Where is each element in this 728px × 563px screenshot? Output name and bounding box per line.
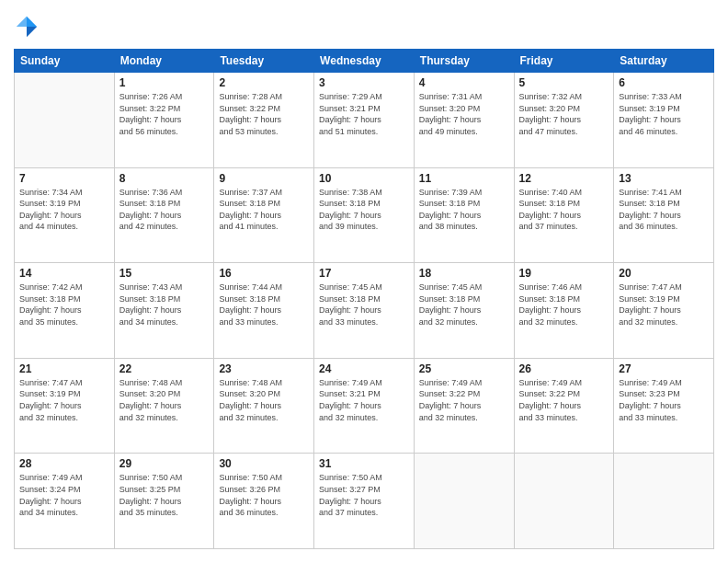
day-number: 18 bbox=[419, 267, 509, 280]
day-info: Sunrise: 7:50 AM Sunset: 3:25 PM Dayligh… bbox=[119, 472, 210, 518]
day-info: Sunrise: 7:46 AM Sunset: 3:18 PM Dayligh… bbox=[519, 282, 609, 327]
calendar-cell: 6Sunrise: 7:33 AM Sunset: 3:19 PM Daylig… bbox=[614, 73, 714, 168]
calendar-cell bbox=[414, 454, 514, 549]
day-number: 28 bbox=[19, 457, 109, 470]
day-number: 10 bbox=[319, 172, 409, 185]
svg-marker-1 bbox=[27, 27, 37, 37]
calendar-week-2: 14Sunrise: 7:42 AM Sunset: 3:18 PM Dayli… bbox=[15, 263, 714, 359]
day-info: Sunrise: 7:42 AM Sunset: 3:18 PM Dayligh… bbox=[19, 282, 109, 327]
day-number: 23 bbox=[219, 362, 309, 375]
calendar-cell: 22Sunrise: 7:48 AM Sunset: 3:20 PM Dayli… bbox=[114, 358, 214, 454]
calendar-cell: 14Sunrise: 7:42 AM Sunset: 3:18 PM Dayli… bbox=[15, 263, 115, 359]
logo-icon bbox=[14, 14, 40, 40]
day-info: Sunrise: 7:44 AM Sunset: 3:18 PM Dayligh… bbox=[219, 282, 309, 327]
calendar-cell bbox=[614, 454, 714, 549]
calendar-cell: 24Sunrise: 7:49 AM Sunset: 3:21 PM Dayli… bbox=[314, 358, 415, 454]
calendar-cell: 9Sunrise: 7:37 AM Sunset: 3:18 PM Daylig… bbox=[214, 167, 314, 263]
calendar-cell: 28Sunrise: 7:49 AM Sunset: 3:24 PM Dayli… bbox=[15, 454, 115, 549]
day-number: 14 bbox=[19, 267, 109, 280]
day-info: Sunrise: 7:49 AM Sunset: 3:22 PM Dayligh… bbox=[519, 377, 609, 423]
calendar-cell: 2Sunrise: 7:28 AM Sunset: 3:22 PM Daylig… bbox=[214, 73, 314, 168]
day-number: 13 bbox=[619, 172, 709, 185]
day-number: 22 bbox=[119, 362, 210, 375]
calendar-cell: 10Sunrise: 7:38 AM Sunset: 3:18 PM Dayli… bbox=[314, 167, 415, 263]
calendar-cell: 21Sunrise: 7:47 AM Sunset: 3:19 PM Dayli… bbox=[15, 358, 115, 454]
calendar-header-wednesday: Wednesday bbox=[314, 50, 415, 73]
day-info: Sunrise: 7:31 AM Sunset: 3:20 PM Dayligh… bbox=[419, 91, 509, 137]
day-number: 25 bbox=[419, 362, 509, 375]
svg-marker-2 bbox=[17, 17, 27, 27]
day-number: 4 bbox=[419, 76, 509, 89]
day-info: Sunrise: 7:49 AM Sunset: 3:22 PM Dayligh… bbox=[419, 377, 509, 423]
day-number: 5 bbox=[519, 76, 609, 89]
day-info: Sunrise: 7:33 AM Sunset: 3:19 PM Dayligh… bbox=[619, 91, 709, 137]
calendar-header-thursday: Thursday bbox=[414, 50, 514, 73]
calendar-cell bbox=[514, 454, 614, 549]
calendar-header-friday: Friday bbox=[514, 50, 614, 73]
day-info: Sunrise: 7:37 AM Sunset: 3:18 PM Dayligh… bbox=[219, 187, 309, 233]
calendar-cell: 30Sunrise: 7:50 AM Sunset: 3:26 PM Dayli… bbox=[214, 454, 314, 549]
day-info: Sunrise: 7:38 AM Sunset: 3:18 PM Dayligh… bbox=[319, 187, 409, 233]
calendar-cell bbox=[15, 73, 115, 168]
calendar-cell: 15Sunrise: 7:43 AM Sunset: 3:18 PM Dayli… bbox=[114, 263, 214, 359]
calendar-cell: 5Sunrise: 7:32 AM Sunset: 3:20 PM Daylig… bbox=[514, 73, 614, 168]
day-info: Sunrise: 7:45 AM Sunset: 3:18 PM Dayligh… bbox=[319, 282, 409, 327]
calendar: SundayMondayTuesdayWednesdayThursdayFrid… bbox=[14, 49, 714, 549]
calendar-cell: 17Sunrise: 7:45 AM Sunset: 3:18 PM Dayli… bbox=[314, 263, 415, 359]
day-number: 3 bbox=[319, 76, 409, 89]
calendar-cell: 7Sunrise: 7:34 AM Sunset: 3:19 PM Daylig… bbox=[15, 167, 115, 263]
calendar-cell: 19Sunrise: 7:46 AM Sunset: 3:18 PM Dayli… bbox=[514, 263, 614, 359]
day-number: 24 bbox=[319, 362, 409, 375]
day-info: Sunrise: 7:47 AM Sunset: 3:19 PM Dayligh… bbox=[619, 282, 709, 327]
day-number: 15 bbox=[119, 267, 210, 280]
svg-marker-0 bbox=[27, 17, 37, 27]
day-info: Sunrise: 7:45 AM Sunset: 3:18 PM Dayligh… bbox=[419, 282, 509, 327]
day-number: 6 bbox=[619, 76, 709, 89]
day-number: 27 bbox=[619, 362, 709, 375]
day-info: Sunrise: 7:50 AM Sunset: 3:27 PM Dayligh… bbox=[319, 472, 409, 518]
day-number: 1 bbox=[119, 76, 210, 89]
calendar-header-row: SundayMondayTuesdayWednesdayThursdayFrid… bbox=[15, 50, 714, 73]
day-info: Sunrise: 7:50 AM Sunset: 3:26 PM Dayligh… bbox=[219, 472, 309, 518]
calendar-cell: 8Sunrise: 7:36 AM Sunset: 3:18 PM Daylig… bbox=[114, 167, 214, 263]
page: SundayMondayTuesdayWednesdayThursdayFrid… bbox=[0, 0, 728, 563]
day-info: Sunrise: 7:43 AM Sunset: 3:18 PM Dayligh… bbox=[119, 282, 210, 327]
day-number: 30 bbox=[219, 457, 309, 470]
day-number: 8 bbox=[119, 172, 210, 185]
day-info: Sunrise: 7:40 AM Sunset: 3:18 PM Dayligh… bbox=[519, 187, 609, 233]
day-info: Sunrise: 7:41 AM Sunset: 3:18 PM Dayligh… bbox=[619, 187, 709, 233]
calendar-week-1: 7Sunrise: 7:34 AM Sunset: 3:19 PM Daylig… bbox=[15, 167, 714, 263]
calendar-cell: 3Sunrise: 7:29 AM Sunset: 3:21 PM Daylig… bbox=[314, 73, 415, 168]
day-number: 26 bbox=[519, 362, 609, 375]
calendar-cell: 27Sunrise: 7:49 AM Sunset: 3:23 PM Dayli… bbox=[614, 358, 714, 454]
day-number: 2 bbox=[219, 76, 309, 89]
calendar-cell: 20Sunrise: 7:47 AM Sunset: 3:19 PM Dayli… bbox=[614, 263, 714, 359]
day-number: 19 bbox=[519, 267, 609, 280]
calendar-cell: 29Sunrise: 7:50 AM Sunset: 3:25 PM Dayli… bbox=[114, 454, 214, 549]
day-number: 20 bbox=[619, 267, 709, 280]
logo bbox=[14, 14, 43, 40]
calendar-cell: 4Sunrise: 7:31 AM Sunset: 3:20 PM Daylig… bbox=[414, 73, 514, 168]
day-info: Sunrise: 7:39 AM Sunset: 3:18 PM Dayligh… bbox=[419, 187, 509, 233]
calendar-header-saturday: Saturday bbox=[614, 50, 714, 73]
day-number: 21 bbox=[19, 362, 109, 375]
day-info: Sunrise: 7:49 AM Sunset: 3:24 PM Dayligh… bbox=[19, 472, 109, 518]
day-info: Sunrise: 7:49 AM Sunset: 3:23 PM Dayligh… bbox=[619, 377, 709, 423]
day-info: Sunrise: 7:49 AM Sunset: 3:21 PM Dayligh… bbox=[319, 377, 409, 423]
calendar-header-monday: Monday bbox=[114, 50, 214, 73]
day-number: 12 bbox=[519, 172, 609, 185]
day-number: 11 bbox=[419, 172, 509, 185]
day-info: Sunrise: 7:34 AM Sunset: 3:19 PM Dayligh… bbox=[19, 187, 109, 233]
calendar-cell: 23Sunrise: 7:48 AM Sunset: 3:20 PM Dayli… bbox=[214, 358, 314, 454]
calendar-week-3: 21Sunrise: 7:47 AM Sunset: 3:19 PM Dayli… bbox=[15, 358, 714, 454]
calendar-cell: 31Sunrise: 7:50 AM Sunset: 3:27 PM Dayli… bbox=[314, 454, 415, 549]
calendar-week-0: 1Sunrise: 7:26 AM Sunset: 3:22 PM Daylig… bbox=[15, 73, 714, 168]
day-number: 16 bbox=[219, 267, 309, 280]
calendar-header-tuesday: Tuesday bbox=[214, 50, 314, 73]
day-number: 9 bbox=[219, 172, 309, 185]
day-info: Sunrise: 7:48 AM Sunset: 3:20 PM Dayligh… bbox=[119, 377, 210, 423]
calendar-week-4: 28Sunrise: 7:49 AM Sunset: 3:24 PM Dayli… bbox=[15, 454, 714, 549]
calendar-cell: 25Sunrise: 7:49 AM Sunset: 3:22 PM Dayli… bbox=[414, 358, 514, 454]
day-number: 7 bbox=[19, 172, 109, 185]
day-number: 17 bbox=[319, 267, 409, 280]
